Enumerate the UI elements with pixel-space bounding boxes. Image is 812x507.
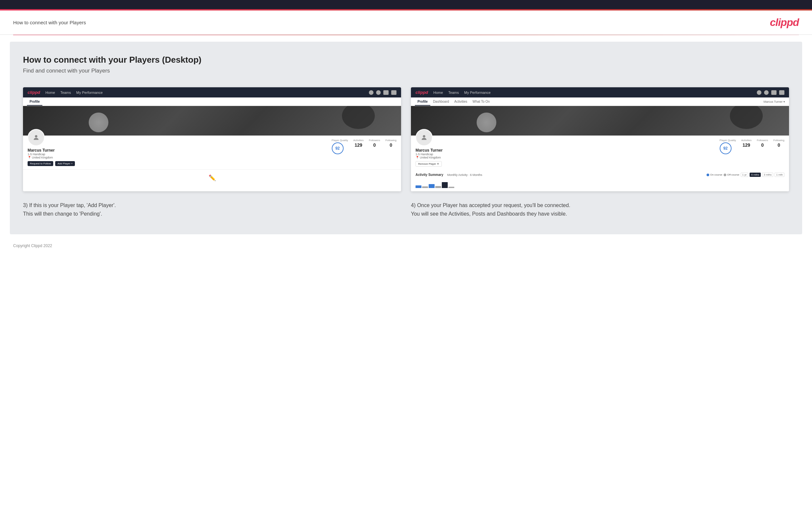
clippd-logo: clippd [770,16,799,29]
top-bar [0,0,812,9]
followers-label-1: Followers [369,139,380,142]
legend-off-course: Off course [724,173,740,176]
app-nav-1: clippd Home Teams My Performance [23,87,401,98]
stat-activities-2: Activities 129 [741,139,752,148]
search-icon-2[interactable] [757,90,761,95]
add-player-button[interactable]: Add Player + [55,161,75,166]
tabs-left: Profile Dashboard Activities What To On [415,98,492,106]
globe-icon-1[interactable] [391,90,397,95]
quality-label-1: Player Quality [332,139,348,142]
user-icon-1[interactable] [376,90,381,95]
activity-period: Monthly Activity · 6 Months [447,173,482,177]
off-course-label: Off course [727,173,740,176]
period-3mths[interactable]: 3 mths [762,173,773,177]
nav-home-2[interactable]: Home [433,91,443,95]
off-course-dot [724,174,726,176]
period-1mth[interactable]: 1 mth [774,173,784,177]
following-value-2: 0 [773,143,784,148]
profile-hero-1 [23,106,401,135]
player-name-1: Marcus Turner [28,148,75,153]
following-label-1: Following [385,139,397,142]
page-footer: Copyright Clippd 2022 [0,241,812,251]
page-header: How to connect with your Players clippd [0,10,812,35]
avatar-wrap-2: Marcus Turner 1-5 Handicap 📍 United King… [415,129,443,167]
app-logo-2: clippd [415,90,428,95]
copyright-text: Copyright Clippd 2022 [13,243,52,248]
following-label-2: Following [773,139,784,142]
screenshot-2: clippd Home Teams My Performance Profile… [411,87,789,191]
avatar-wrap-1: Marcus Turner 1-5 Handicap 📍 United King… [28,129,75,166]
tab-bar-1: Profile [23,98,401,106]
remove-player-button[interactable]: Remove Player ✕ [415,161,442,167]
chart-bar-4 [435,186,441,188]
page-breadcrumb: How to connect with your Players [13,20,86,25]
stat-followers-2: Followers 0 [757,139,768,148]
request-follow-button[interactable]: Request to Follow [28,161,53,166]
tab-whattoon-2[interactable]: What To On [470,98,493,106]
period-1yr[interactable]: 1 yr [741,173,748,177]
nav-icons-1 [369,90,397,95]
followers-value-1: 0 [369,143,380,148]
chart-bar-6 [448,187,454,188]
nav-performance-1[interactable]: My Performance [76,91,103,95]
avatar-2 [415,129,433,146]
descriptions-row: 3) If this is your Player tap, 'Add Play… [23,201,789,218]
on-course-label: On course [710,173,722,176]
nav-teams-2[interactable]: Teams [448,91,459,95]
nav-performance-2[interactable]: My Performance [464,91,491,95]
nav-teams-1[interactable]: Teams [60,91,71,95]
screenshots-row: clippd Home Teams My Performance Profile [23,87,789,191]
tab-dashboard-2[interactable]: Dashboard [430,98,452,106]
activities-value-2: 129 [741,143,752,148]
activity-left: Activity Summary Monthly Activity · 6 Mo… [415,173,482,177]
app-nav-2: clippd Home Teams My Performance [411,87,789,98]
tab-profile-2[interactable]: Profile [415,98,430,106]
svg-point-1 [423,135,425,137]
description-4: 4) Once your Player has accepted your re… [411,201,789,218]
stats-row-1: Player Quality 92 Activities 129 Followe… [79,139,397,154]
profile-info-1: Marcus Turner 1-5 Handicap 📍 United King… [23,135,401,169]
quality-label-2: Player Quality [720,139,736,142]
player-actions-2: Remove Player ✕ [415,161,443,167]
description-4-col: 4) Once your Player has accepted your re… [411,201,789,218]
player-name-dropdown[interactable]: Marcus Turner ▾ [763,100,785,103]
search-icon-1[interactable] [369,90,373,95]
tab-profile-1[interactable]: Profile [27,98,42,106]
player-actions-1: Request to Follow Add Player + [28,161,75,166]
activity-summary: Activity Summary Monthly Activity · 6 Mo… [411,170,789,191]
activities-label-1: Activities [353,139,364,142]
activities-value-1: 129 [353,143,364,148]
settings-icon-1[interactable] [383,90,389,95]
description-3-col: 3) If this is your Player tap, 'Add Play… [23,201,401,218]
chart-bar-5 [442,182,448,188]
globe-icon-2[interactable] [779,90,784,95]
activity-controls: On course Off course 1 yr 6 mths 3 mths … [707,173,784,177]
location-pin-icon: 📍 [28,156,31,159]
on-course-dot [707,174,709,176]
stat-following-2: Following 0 [773,139,784,148]
chart-bar-3 [429,184,435,188]
activities-label-2: Activities [741,139,752,142]
user-icon-2[interactable] [764,90,769,95]
mini-chart [415,179,784,189]
stat-activities-1: Activities 129 [353,139,364,148]
settings-icon-2[interactable] [771,90,776,95]
nav-icons-2 [757,90,784,95]
main-title: How to connect with your Players (Deskto… [23,55,789,65]
avatar-1 [28,129,45,146]
period-6mths[interactable]: 6 mths [750,173,761,177]
profile-hero-2 [411,106,789,135]
player-name-2: Marcus Turner [415,148,443,153]
player-handicap-2: 1-5 Handicap [415,153,443,156]
tab-activities-2[interactable]: Activities [452,98,470,106]
quality-circle-1: 92 [332,143,344,154]
main-subtitle: Find and connect with your Players [23,68,789,74]
stat-followers-1: Followers 0 [369,139,380,148]
followers-value-2: 0 [757,143,768,148]
screenshot-1: clippd Home Teams My Performance Profile [23,87,401,191]
nav-home-1[interactable]: Home [45,91,55,95]
app-logo-1: clippd [28,90,40,95]
activity-title: Activity Summary [415,173,443,177]
chart-bar-2 [422,186,428,188]
tab-bar-2: Profile Dashboard Activities What To On … [411,98,789,106]
